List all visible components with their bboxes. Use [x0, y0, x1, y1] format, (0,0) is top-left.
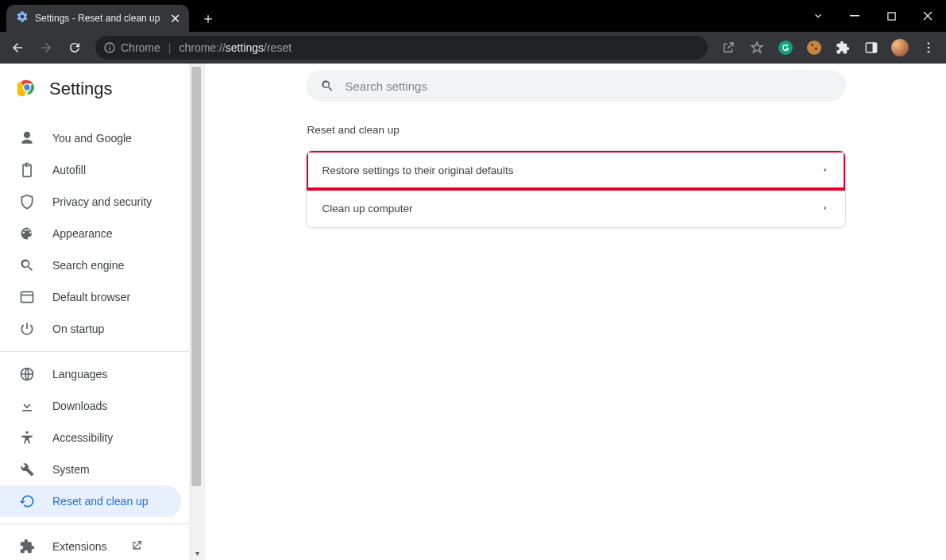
sidebar-item-label: Extensions: [52, 540, 106, 553]
browser-titlebar: Settings - Reset and clean up ✕ ＋: [0, 0, 946, 64]
maximize-button[interactable]: [873, 0, 909, 32]
search-icon: [320, 79, 334, 93]
settings-search[interactable]: [306, 70, 846, 102]
power-icon: [19, 321, 35, 337]
sidebar-item-default-browser[interactable]: Default browser: [0, 281, 181, 313]
sidebar-title: Settings: [49, 79, 113, 99]
close-tab-icon[interactable]: ✕: [168, 11, 181, 26]
sidebar-item-system[interactable]: System: [0, 454, 181, 485]
globe-icon: [19, 366, 35, 382]
svg-rect-13: [21, 292, 33, 302]
address-bar[interactable]: Chrome | chrome://settings/reset: [95, 36, 708, 60]
window-controls: [800, 0, 946, 32]
sidebar-item-downloads[interactable]: Downloads: [0, 390, 181, 422]
settings-gear-icon: [16, 10, 29, 26]
sidebar-item-you-and-google[interactable]: You and Google: [0, 122, 181, 154]
sidebar-item-label: Privacy and security: [52, 195, 152, 208]
extension-cookie-icon[interactable]: [801, 35, 827, 60]
sidebar-item-search-engine[interactable]: Search engine: [0, 249, 181, 281]
profile-avatar[interactable]: [887, 35, 913, 60]
share-icon[interactable]: [716, 35, 741, 60]
clipboard-icon: [19, 162, 35, 178]
side-panel-icon[interactable]: [859, 35, 884, 60]
tab-strip: Settings - Reset and clean up ✕ ＋: [0, 0, 946, 32]
reset-card: Restore settings to their original defau…: [306, 150, 846, 228]
restore-defaults-row[interactable]: Restore settings to their original defau…: [307, 151, 845, 189]
sidebar-item-label: On startup: [52, 322, 104, 335]
palette-icon: [19, 226, 35, 241]
extensions-puzzle-icon[interactable]: [830, 35, 855, 60]
sidebar-item-label: Accessibility: [52, 431, 113, 444]
sidebar-item-appearance[interactable]: Appearance: [0, 218, 181, 249]
chevron-right-icon: [821, 203, 829, 214]
svg-point-16: [25, 431, 28, 434]
shield-icon: [19, 194, 35, 210]
search-icon: [19, 257, 35, 273]
extension-grammarly-icon[interactable]: G: [773, 35, 798, 60]
svg-rect-6: [873, 43, 877, 52]
sidebar-item-languages[interactable]: Languages: [0, 358, 181, 390]
forward-button[interactable]: [33, 35, 59, 60]
svg-rect-1: [887, 12, 894, 19]
browser-menu-icon[interactable]: [916, 35, 941, 60]
sidebar-item-accessibility[interactable]: Accessibility: [0, 422, 181, 454]
clean-up-row[interactable]: Clean up computer: [307, 189, 845, 227]
wrench-icon: [19, 462, 35, 477]
download-icon: [19, 398, 35, 414]
svg-point-9: [928, 51, 930, 53]
sidebar-item-label: Autofill: [52, 164, 86, 176]
site-info-icon[interactable]: Chrome: [103, 41, 160, 54]
accessibility-icon: [19, 430, 35, 446]
scrollbar-thumb[interactable]: [191, 67, 201, 486]
browser-window-icon: [19, 289, 35, 305]
sidebar-item-extensions[interactable]: Extensions: [0, 531, 181, 560]
sidebar-item-privacy[interactable]: Privacy and security: [0, 186, 181, 218]
svg-point-3: [109, 45, 110, 47]
browser-toolbar: Chrome | chrome://settings/reset G: [0, 32, 946, 64]
sidebar-item-label: Downloads: [52, 400, 107, 412]
settings-main: Reset and clean up Restore settings to t…: [205, 64, 946, 560]
sidebar-header: Settings: [0, 78, 189, 116]
puzzle-icon: [19, 539, 35, 554]
reset-section: Reset and clean up Restore settings to t…: [306, 124, 846, 228]
sidebar-item-on-startup[interactable]: On startup: [0, 313, 181, 345]
settings-sidebar: Settings You and Google Autofill Privacy…: [0, 64, 189, 560]
svg-point-11: [25, 85, 30, 91]
tab-title: Settings - Reset and clean up: [35, 13, 162, 24]
svg-rect-4: [109, 47, 110, 50]
url-display: chrome://settings/reset: [179, 41, 292, 54]
sidebar-item-label: Appearance: [52, 227, 113, 240]
sidebar-item-label: System: [52, 463, 90, 476]
minimize-button[interactable]: [836, 0, 873, 32]
new-tab-button[interactable]: ＋: [197, 7, 219, 29]
svg-point-7: [928, 42, 930, 44]
row-label: Clean up computer: [322, 203, 413, 214]
sidebar-item-label: Default browser: [52, 291, 130, 303]
svg-point-8: [928, 47, 930, 49]
sidebar-scrollbar[interactable]: ▾: [189, 64, 205, 560]
sidebar-item-label: Languages: [52, 368, 107, 380]
sidebar-item-label: You and Google: [52, 132, 132, 145]
svg-rect-0: [850, 15, 859, 17]
row-label: Restore settings to their original defau…: [322, 164, 514, 176]
bookmark-star-icon[interactable]: [744, 35, 770, 60]
reload-button[interactable]: [62, 35, 87, 60]
section-title: Reset and clean up: [306, 124, 846, 150]
browser-tab[interactable]: Settings - Reset and clean up ✕: [6, 5, 189, 32]
open-in-new-icon: [130, 539, 143, 554]
back-button[interactable]: [5, 35, 30, 60]
settings-search-input[interactable]: [346, 79, 832, 93]
page-content: Settings You and Google Autofill Privacy…: [0, 64, 946, 560]
sidebar-item-label: Reset and clean up: [52, 495, 149, 508]
chevron-right-icon: [821, 164, 829, 176]
sidebar-item-label: Search engine: [52, 259, 124, 272]
toolbar-right-icons: G: [716, 35, 941, 60]
restore-icon: [19, 493, 35, 509]
scrollbar-down-arrow[interactable]: ▾: [189, 546, 205, 560]
sidebar-item-autofill[interactable]: Autofill: [0, 154, 181, 186]
sidebar-item-reset[interactable]: Reset and clean up: [0, 485, 181, 517]
chrome-logo-icon: [17, 78, 37, 100]
person-icon: [19, 130, 35, 146]
chevron-down-icon[interactable]: [800, 0, 836, 32]
close-window-button[interactable]: [909, 0, 946, 32]
